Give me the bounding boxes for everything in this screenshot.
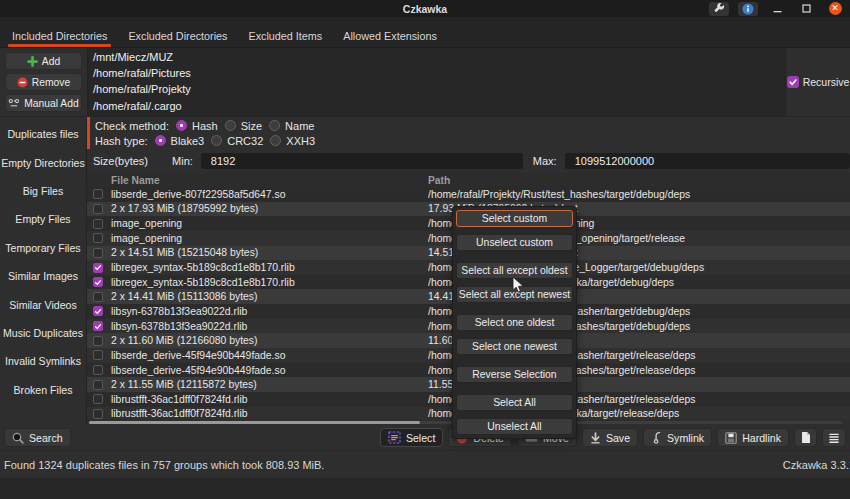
remove-button-label: Remove <box>32 77 70 88</box>
directory-list-item[interactable]: /home/rafal/.cargo <box>88 98 785 114</box>
min-label: Min: <box>172 155 193 167</box>
sidebar-item-big-files[interactable]: Big Files <box>0 177 86 205</box>
tab-bar: Included DirectoriesExcluded Directories… <box>0 17 850 48</box>
main-area: Duplicates filesEmpty DirectoriesBig Fil… <box>0 117 850 425</box>
file-name-cell: libsyn-6378b13f3ea9022d.rlib <box>111 321 428 332</box>
about-button[interactable] <box>738 2 758 16</box>
radio-icon[interactable] <box>155 135 166 146</box>
sidebar-item-temporary-files[interactable]: Temporary Files <box>0 234 86 262</box>
row-checkbox[interactable] <box>93 292 103 302</box>
bottom-bar: Search SelectDeleteMoveSaveSymlinkHardli… <box>0 425 850 450</box>
check-method-option-hash[interactable]: Hash <box>176 120 218 132</box>
menu-item-reverse-selection[interactable]: Reverse Selection <box>456 366 573 383</box>
remove-button[interactable]: Remove <box>5 73 82 91</box>
row-checkbox[interactable] <box>93 380 103 390</box>
row-checkbox[interactable] <box>93 277 103 287</box>
menu-item-select-all[interactable]: Select All <box>456 394 573 411</box>
hash-type-option-xxh3[interactable]: XXH3 <box>270 135 315 147</box>
close-icon: ✕ <box>829 2 842 15</box>
save-button[interactable]: Save <box>582 428 638 447</box>
wrench-icon <box>714 3 725 14</box>
recursive-checkbox[interactable] <box>787 76 799 88</box>
tab-included-directories[interactable]: Included Directories <box>10 25 109 47</box>
radio-icon[interactable] <box>270 135 281 146</box>
minimize-button[interactable] <box>767 2 787 16</box>
search-button-label: Search <box>29 432 63 444</box>
row-checkbox[interactable] <box>93 189 103 199</box>
hash-type-row: Hash type:Blake3CRC32XXH3 <box>95 134 850 147</box>
menu-item-select-all-except-newest[interactable]: Select all except newest <box>456 286 573 303</box>
search-button[interactable]: Search <box>4 428 71 447</box>
row-checkbox[interactable] <box>93 306 103 316</box>
menu-item-select-custom[interactable]: Select custom <box>456 210 573 227</box>
tool-sidebar: Duplicates filesEmpty DirectoriesBig Fil… <box>0 117 87 425</box>
radio-icon[interactable] <box>211 135 222 146</box>
sidebar-item-duplicates-files[interactable]: Duplicates files <box>0 120 86 148</box>
sidebar-item-broken-files[interactable]: Broken Files <box>0 376 86 404</box>
minus-icon <box>17 77 28 88</box>
add-button[interactable]: Add <box>5 52 82 70</box>
row-checkbox[interactable] <box>93 365 103 375</box>
row-checkbox[interactable] <box>93 219 103 229</box>
row-checkbox[interactable] <box>93 321 103 331</box>
row-checkbox[interactable] <box>93 350 103 360</box>
list-button[interactable] <box>822 428 846 447</box>
manual-add-button[interactable]: Manual Add <box>5 94 82 112</box>
check-method-option-name[interactable]: Name <box>269 120 314 132</box>
hash-type-option-crc32[interactable]: CRC32 <box>211 135 263 147</box>
hardlink-button[interactable]: Hardlink <box>717 428 789 447</box>
max-size-input[interactable] <box>565 153 850 169</box>
min-size-input[interactable] <box>201 153 523 169</box>
close-button[interactable]: ✕ <box>825 2 845 16</box>
sidebar-item-similar-images[interactable]: Similar Images <box>0 262 86 290</box>
maximize-icon <box>802 4 811 13</box>
directory-list-item[interactable]: /home/rafal/Pictures <box>88 65 785 81</box>
tab-excluded-directories[interactable]: Excluded Directories <box>126 25 229 47</box>
row-checkbox[interactable] <box>93 248 103 258</box>
file-name-cell: libserde_derive-45f94e90b449fade.so <box>111 350 428 361</box>
symlink-button[interactable]: Symlink <box>643 428 712 447</box>
menu-item-unselect-all[interactable]: Unselect All <box>456 418 573 435</box>
row-checkbox[interactable] <box>93 204 103 214</box>
document-button[interactable] <box>794 428 817 447</box>
menu-item-select-one-newest[interactable]: Select one newest <box>456 338 573 355</box>
row-checkbox[interactable] <box>93 409 103 419</box>
file-name-cell: 2 x 11.55 MiB (12115872 bytes) <box>111 379 428 390</box>
directory-list-item[interactable]: /mnt/Miecz/MUZ <box>88 49 785 65</box>
maximize-button[interactable] <box>796 2 816 16</box>
directory-list-item[interactable]: /home/rafal/Projekty <box>88 81 785 97</box>
hardlink-icon <box>725 432 737 444</box>
sidebar-item-similar-videos[interactable]: Similar Videos <box>0 290 86 318</box>
max-label: Max: <box>533 155 557 167</box>
menu-item-unselect-custom[interactable]: Unselect custom <box>456 234 573 251</box>
menu-item-select-all-except-oldest[interactable]: Select all except oldest <box>456 262 573 279</box>
check-method-option-label: Name <box>285 120 314 132</box>
radio-icon[interactable] <box>176 120 187 131</box>
sidebar-item-invalid-symlinks[interactable]: Invalid Symlinks <box>0 347 86 375</box>
select-button[interactable]: Select <box>380 428 443 447</box>
select-icon <box>388 431 401 444</box>
radio-icon[interactable] <box>269 120 280 131</box>
plus-icon <box>27 56 38 67</box>
row-checkbox[interactable] <box>93 336 103 346</box>
duplicate-options: Check method:HashSizeName Hash type:Blak… <box>87 117 850 149</box>
sidebar-item-empty-directories[interactable]: Empty Directories <box>0 148 86 176</box>
row-checkbox[interactable] <box>93 394 103 404</box>
status-message: Found 1324 duplicates files in 757 group… <box>4 459 324 471</box>
settings-button[interactable] <box>709 2 729 16</box>
check-method-option-size[interactable]: Size <box>225 120 262 132</box>
list-icon <box>828 432 840 444</box>
directory-list[interactable]: /mnt/Miecz/MUZ/home/rafal/Pictures/home/… <box>87 48 786 116</box>
table-row[interactable]: libserde_derive-807f22958af5d647.so/home… <box>87 187 850 202</box>
hash-type-option-blake3[interactable]: Blake3 <box>155 135 205 147</box>
tab-allowed-extensions[interactable]: Allowed Extensions <box>341 25 439 47</box>
row-checkbox[interactable] <box>93 263 103 273</box>
sidebar-item-empty-files[interactable]: Empty Files <box>0 205 86 233</box>
menu-item-select-one-oldest[interactable]: Select one oldest <box>456 314 573 331</box>
row-checkbox[interactable] <box>93 233 103 243</box>
scrollbar-handle[interactable] <box>89 421 420 424</box>
tab-excluded-items[interactable]: Excluded Items <box>246 25 324 47</box>
sidebar-item-music-duplicates[interactable]: Music Duplicates <box>0 319 86 347</box>
radio-icon[interactable] <box>225 120 236 131</box>
title-bar: Czkawka ✕ <box>0 0 850 17</box>
